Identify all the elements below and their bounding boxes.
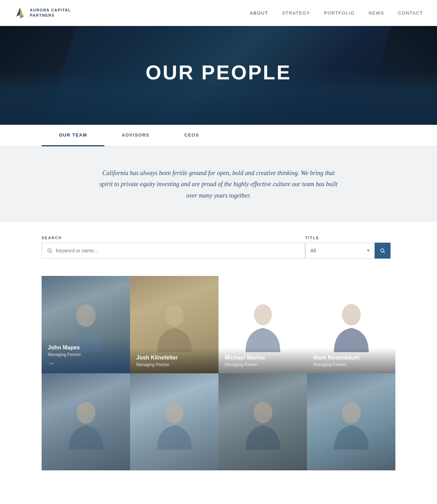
tagline-text: California has always been fertile groun… <box>97 167 340 201</box>
person-photo-row2-2 <box>130 373 218 471</box>
logo[interactable]: AURORA CAPITAL PARTNERS <box>14 7 71 19</box>
person-silhouette-row2-4 <box>331 394 372 450</box>
person-silhouette-row2-3 <box>242 394 284 450</box>
nav-links: ABOUT STRATEGY PORTFOLIO NEWS CONTACT <box>250 10 423 16</box>
svg-point-3 <box>48 249 51 252</box>
person-photo-row2-4 <box>307 373 395 471</box>
search-icon <box>47 248 52 253</box>
search-button[interactable] <box>375 243 391 259</box>
svg-point-5 <box>381 249 384 252</box>
person-photo-row2-3 <box>218 373 307 471</box>
card-name-mark: Mark Rosenbaum <box>313 355 389 361</box>
logo-text: AURORA CAPITAL PARTNERS <box>30 8 71 18</box>
person-silhouette-mark <box>331 297 372 352</box>
team-card-mark-rosenbaum[interactable]: Mark Rosenbaum Managing Partner <box>307 276 395 373</box>
card-overlay-john: John Mapes Managing Partner → <box>42 338 130 373</box>
svg-point-11 <box>77 402 95 424</box>
svg-line-4 <box>51 252 52 253</box>
logo-icon <box>14 7 26 19</box>
search-input[interactable] <box>56 248 300 253</box>
team-card-john-mapes[interactable]: John Mapes Managing Partner → <box>42 276 130 373</box>
navbar: AURORA CAPITAL PARTNERS ABOUT STRATEGY P… <box>0 0 437 26</box>
person-silhouette-michael <box>242 297 284 352</box>
nav-item-contact[interactable]: CONTACT <box>398 10 423 16</box>
card-overlay-michael: Michael Marino Managing Partner <box>218 348 307 373</box>
tabs-inner: OUR TEAM ADVISORS CEOS <box>42 125 395 146</box>
team-card-row2-3[interactable] <box>218 373 307 471</box>
svg-point-8 <box>165 305 184 327</box>
tab-advisors[interactable]: ADVISORS <box>104 125 167 146</box>
nav-item-news[interactable]: NEWS <box>369 10 384 16</box>
svg-marker-1 <box>16 8 20 17</box>
card-name-john: John Mapes <box>48 345 124 351</box>
arrow-icon-john: → <box>48 360 124 367</box>
card-title-john: Managing Partner <box>48 352 124 357</box>
svg-point-14 <box>342 402 361 424</box>
team-card-michael-marino[interactable]: Michael Marino Managing Partner <box>218 276 307 373</box>
svg-point-7 <box>76 305 96 327</box>
team-card-josh-klinefelter[interactable]: Josh Klinefelter Managing Partner <box>130 276 218 373</box>
team-card-row2-1[interactable] <box>42 373 130 471</box>
svg-line-6 <box>384 252 385 253</box>
title-select-container: All Managing Partner Partner Principal A… <box>305 243 375 259</box>
search-button-icon <box>380 248 385 253</box>
card-overlay-mark: Mark Rosenbaum Managing Partner <box>307 348 395 373</box>
card-name-michael: Michael Marino <box>225 355 301 361</box>
title-label: TITLE <box>305 236 395 240</box>
svg-point-10 <box>342 304 361 325</box>
person-silhouette-row2-1 <box>65 394 107 450</box>
card-title-michael: Managing Partner <box>225 362 301 367</box>
person-photo-row2-1 <box>42 373 130 471</box>
hero-title: OUR PEOPLE <box>0 26 437 84</box>
team-card-row2-4[interactable] <box>307 373 395 471</box>
tabs-bar: OUR TEAM ADVISORS CEOS <box>0 125 437 147</box>
person-silhouette-row2-2 <box>154 394 195 450</box>
team-grid: John Mapes Managing Partner → Josh Kline… <box>0 269 437 491</box>
team-card-row2-2[interactable] <box>130 373 218 471</box>
nav-item-about[interactable]: ABOUT <box>250 10 268 16</box>
title-group: TITLE All Managing Partner Partner Princ… <box>305 236 395 259</box>
tab-ceos[interactable]: CEOS <box>167 125 216 146</box>
title-select-wrap: All Managing Partner Partner Principal A… <box>305 243 395 259</box>
search-section: SEARCH TITLE All Managing Partner Partne… <box>0 222 437 269</box>
title-select[interactable]: All Managing Partner Partner Principal A… <box>305 243 375 259</box>
card-title-mark: Managing Partner <box>313 362 389 367</box>
svg-point-13 <box>254 402 272 423</box>
person-silhouette-josh <box>154 297 195 352</box>
search-label: SEARCH <box>42 236 305 240</box>
card-overlay-josh: Josh Klinefelter Managing Partner <box>130 348 218 373</box>
tab-our-team[interactable]: OUR TEAM <box>42 125 104 146</box>
svg-point-12 <box>165 403 183 424</box>
hero-section: OUR PEOPLE <box>0 26 437 125</box>
svg-point-9 <box>254 304 272 325</box>
tagline-section: California has always been fertile groun… <box>0 147 437 222</box>
nav-item-strategy[interactable]: STRATEGY <box>282 10 310 16</box>
card-title-josh: Managing Partner <box>136 362 212 367</box>
search-row: SEARCH TITLE All Managing Partner Partne… <box>42 236 395 259</box>
search-input-wrap <box>42 243 305 259</box>
nav-item-portfolio[interactable]: PORTFOLIO <box>324 10 354 16</box>
search-group: SEARCH <box>42 236 305 259</box>
card-name-josh: Josh Klinefelter <box>136 355 212 361</box>
